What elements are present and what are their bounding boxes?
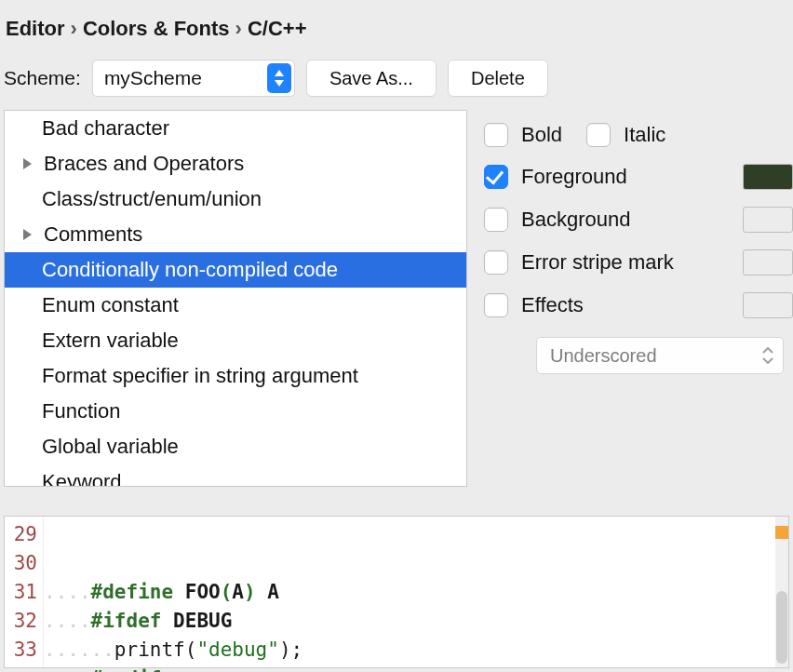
breadcrumb-sep: › <box>235 17 242 41</box>
tree-item[interactable]: Format specifier in string argument <box>5 358 466 394</box>
line-number-gutter: 2930313233 <box>5 517 44 667</box>
tree-item-label: Keyword <box>14 470 122 487</box>
tree-item[interactable]: Comments <box>5 217 466 252</box>
breadcrumb: Editor › Colors & Fonts › C/C++ <box>0 0 793 60</box>
tree-item[interactable]: Enum constant <box>5 288 466 323</box>
tree-item-label: Bad character <box>14 116 169 141</box>
effects-color-swatch[interactable] <box>743 292 793 318</box>
error-stripe-mark[interactable] <box>775 526 788 539</box>
tree-item-label: Class/struct/enum/union <box>14 187 262 211</box>
scrollbar-thumb[interactable] <box>776 591 787 664</box>
tree-item[interactable]: Class/struct/enum/union <box>5 181 466 217</box>
tree-item[interactable]: Bad character <box>5 111 466 146</box>
syntax-element-tree[interactable]: Bad characterBraces and OperatorsClass/s… <box>4 110 467 487</box>
line-number: 32 <box>5 607 37 636</box>
bold-label: Bold <box>521 123 562 147</box>
tree-item-label: Extern variable <box>14 329 179 353</box>
bold-checkbox[interactable] <box>484 123 508 147</box>
effects-type-value: Underscored <box>537 345 759 367</box>
code-preview[interactable]: 2930313233 ....#define FOO(A) A....#ifde… <box>4 516 789 668</box>
tree-item-label: Format specifier in string argument <box>14 364 358 388</box>
code-line: ....#ifdef DEBUG <box>44 607 788 636</box>
scheme-label: Scheme: <box>4 67 81 89</box>
error-stripe-checkbox[interactable] <box>484 250 508 275</box>
error-stripe-color-swatch[interactable] <box>743 249 793 276</box>
line-number: 30 <box>5 549 37 578</box>
breadcrumb-sep: › <box>71 17 77 41</box>
foreground-color-swatch[interactable] <box>743 164 793 190</box>
save-as-button[interactable]: Save As... <box>306 60 437 97</box>
svg-marker-2 <box>23 158 32 169</box>
background-color-swatch[interactable] <box>743 207 793 233</box>
background-checkbox[interactable] <box>484 208 508 232</box>
tree-item-label: Function <box>14 399 120 423</box>
breadcrumb-editor[interactable]: Editor <box>6 17 65 41</box>
effects-label: Effects <box>521 293 730 317</box>
dropdown-stepper-icon <box>267 63 291 93</box>
disclosure-triangle-icon[interactable] <box>14 228 42 241</box>
tree-item[interactable]: Conditionally non-compiled code <box>5 252 466 288</box>
svg-marker-1 <box>275 80 284 87</box>
breadcrumb-ccpp[interactable]: C/C++ <box>248 17 307 41</box>
style-options-panel: Bold Italic Foreground Background Erro <box>484 110 793 487</box>
code-lines[interactable]: ....#define FOO(A) A....#ifdef DEBUG....… <box>44 517 788 667</box>
preview-scrollbar[interactable] <box>775 517 788 667</box>
tree-item[interactable]: Braces and Operators <box>5 146 466 181</box>
line-number: 29 <box>5 520 37 549</box>
foreground-label: Foreground <box>521 165 730 189</box>
tree-item-label: Enum constant <box>14 293 179 317</box>
tree-item[interactable]: Extern variable <box>5 323 466 358</box>
tree-item-label: Comments <box>42 222 142 247</box>
svg-marker-0 <box>275 70 284 76</box>
tree-item[interactable]: Keyword <box>5 464 466 487</box>
line-number: 33 <box>5 636 37 665</box>
tree-item[interactable]: Function <box>5 394 466 429</box>
italic-label: Italic <box>624 123 665 147</box>
scheme-select[interactable]: myScheme <box>92 60 295 97</box>
foreground-checkbox[interactable] <box>484 165 508 189</box>
delete-button[interactable]: Delete <box>448 60 548 97</box>
tree-item-label: Global variable <box>14 435 179 459</box>
code-line: ....#endif <box>44 665 788 672</box>
svg-marker-3 <box>23 229 32 240</box>
disclosure-triangle-icon[interactable] <box>14 157 42 170</box>
code-line: ......printf("debug"); <box>44 636 788 665</box>
effects-checkbox[interactable] <box>484 293 508 317</box>
effects-type-select[interactable]: Underscored <box>536 337 784 374</box>
line-number: 31 <box>5 578 37 607</box>
italic-checkbox[interactable] <box>586 123 611 147</box>
scheme-select-value: myScheme <box>93 67 267 89</box>
background-label: Background <box>521 208 730 232</box>
error-stripe-label: Error stripe mark <box>521 250 730 275</box>
tree-item-label: Braces and Operators <box>42 152 244 176</box>
tree-item[interactable]: Global variable <box>5 429 466 464</box>
code-line: ....#define FOO(A) A <box>44 578 788 607</box>
tree-item-label: Conditionally non-compiled code <box>14 258 338 282</box>
breadcrumb-colors-fonts[interactable]: Colors & Fonts <box>83 17 230 41</box>
chevron-updown-icon <box>759 347 777 364</box>
